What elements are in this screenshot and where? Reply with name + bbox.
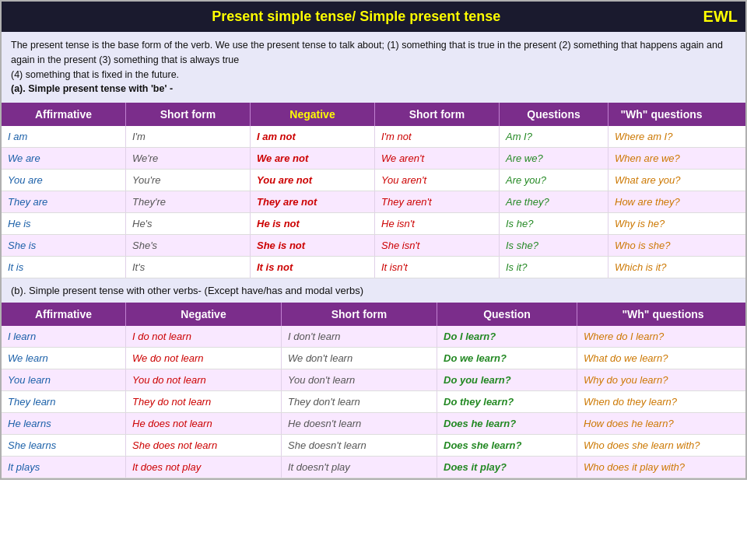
col-b-head-neg: Negative (126, 303, 282, 326)
cell-shfn: It isn't (375, 257, 500, 278)
cell-b-ques: Does she learn? (437, 435, 577, 456)
cell-neg: They are not (251, 191, 375, 212)
cell-b-shf: They don't learn (282, 391, 437, 412)
cell-aff: We are (2, 148, 126, 169)
main-title-bar: Present simple tense/ Simple present ten… (2, 2, 745, 32)
cell-b-neg: You do not learn (126, 369, 282, 390)
cell-shfn: He isn't (375, 213, 500, 234)
section-b-header: Affirmative Negative Short form Question… (2, 303, 745, 326)
cell-shf: They're (126, 191, 251, 212)
cell-b-ques: Does he learn? (437, 413, 577, 434)
col-head-negative: Negative (251, 103, 375, 126)
section-a-row: She is She's She is not She isn't Is she… (2, 235, 745, 257)
cell-b-aff: They learn (2, 391, 126, 412)
cell-whq: When are we? (608, 148, 714, 169)
cell-b-ques: Do we learn? (437, 348, 577, 369)
section-a-row: He is He's He is not He isn't Is he? Why… (2, 213, 745, 235)
cell-neg: He is not (251, 213, 375, 234)
section-a-row: You are You're You are not You aren't Ar… (2, 170, 745, 191)
cell-b-neg: It does not play (126, 457, 282, 478)
cell-b-shf: You don't learn (282, 369, 437, 390)
cell-b-shf: It doesn't play (282, 457, 437, 478)
cell-whq: What are you? (608, 170, 714, 191)
cell-b-ques: Does it play? (437, 457, 577, 478)
cell-aff: I am (2, 126, 126, 147)
cell-b-neg: We do not learn (126, 348, 282, 369)
cell-aff: You are (2, 170, 126, 191)
cell-neg: It is not (251, 257, 375, 278)
cell-b-whq: Who does it play with? (577, 457, 747, 478)
cell-ques: Are we? (500, 148, 608, 169)
cell-neg: I am not (251, 126, 375, 147)
col-head-shortform1: Short form (126, 103, 251, 126)
col-b-head-whq: "Wh" questions (577, 303, 747, 326)
col-head-questions: Questions (500, 103, 608, 126)
cell-shf: I'm (126, 126, 251, 147)
cell-b-whq: When do they learn? (577, 391, 747, 412)
intro-line1: The present tense is the base form of th… (11, 40, 723, 65)
cell-b-shf: He doesn't learn (282, 413, 437, 434)
cell-b-whq: How does he learn? (577, 413, 747, 434)
cell-neg: You are not (251, 170, 375, 191)
cell-whq: Why is he? (608, 213, 714, 234)
cell-b-neg: They do not learn (126, 391, 282, 412)
cell-b-ques: Do I learn? (437, 326, 577, 347)
section-b-heading: (b). Simple present tense with other ver… (2, 278, 745, 303)
cell-ques: Is she? (500, 235, 608, 256)
section-b-heading-note: (Except have/has and modal verbs) (202, 285, 363, 296)
cell-shf: We're (126, 148, 251, 169)
cell-whq: How are they? (608, 191, 714, 212)
cell-shf: You're (126, 170, 251, 191)
section-a-subheading: (a). Simple present tense with 'be' - (11, 83, 173, 94)
section-b-row: You learn You do not learn You don't lea… (2, 369, 745, 391)
cell-ques: Is he? (500, 213, 608, 234)
cell-b-aff: She learns (2, 435, 126, 456)
cell-ques: Am I? (500, 126, 608, 147)
cell-neg: She is not (251, 235, 375, 256)
cell-aff: She is (2, 235, 126, 256)
intro-line2: (4) something that is fixed in the futur… (11, 69, 179, 80)
section-b-heading-text: (b). Simple present tense with other ver… (11, 285, 202, 296)
cell-shfn: They aren't (375, 191, 500, 212)
cell-aff: He is (2, 213, 126, 234)
col-b-head-ques: Question (437, 303, 577, 326)
main-title-text: Present simple tense/ Simple present ten… (9, 9, 703, 25)
intro-section: The present tense is the base form of th… (2, 32, 745, 103)
cell-shfn: She isn't (375, 235, 500, 256)
cell-b-shf: We don't learn (282, 348, 437, 369)
cell-neg: We are not (251, 148, 375, 169)
cell-b-shf: She doesn't learn (282, 435, 437, 456)
section-a-header: Affirmative Short form Negative Short fo… (2, 103, 745, 126)
cell-b-aff: We learn (2, 348, 126, 369)
section-a-body: I am I'm I am not I'm not Am I? Where am… (2, 126, 745, 278)
cell-b-aff: I learn (2, 326, 126, 347)
cell-b-whq: What do we learn? (577, 348, 747, 369)
cell-shf: He's (126, 213, 251, 234)
cell-shfn: I'm not (375, 126, 500, 147)
cell-b-aff: He learns (2, 413, 126, 434)
ewl-badge: EWL (703, 8, 738, 26)
cell-shf: She's (126, 235, 251, 256)
section-b-row: They learn They do not learn They don't … (2, 391, 745, 413)
cell-b-aff: It plays (2, 457, 126, 478)
cell-b-neg: He does not learn (126, 413, 282, 434)
cell-b-whq: Where do I learn? (577, 326, 747, 347)
cell-b-whq: Who does she learn with? (577, 435, 747, 456)
section-a-row: It is It's It is not It isn't Is it? Whi… (2, 257, 745, 278)
page-container: Present simple tense/ Simple present ten… (0, 0, 747, 480)
cell-whq: Where am I? (608, 126, 714, 147)
cell-b-ques: Do they learn? (437, 391, 577, 412)
cell-ques: Are they? (500, 191, 608, 212)
cell-b-neg: I do not learn (126, 326, 282, 347)
col-head-shortform2: Short form (375, 103, 500, 126)
cell-aff: They are (2, 191, 126, 212)
cell-b-aff: You learn (2, 369, 126, 390)
cell-whq: Which is it? (608, 257, 714, 278)
cell-shf: It's (126, 257, 251, 278)
section-b-body: I learn I do not learn I don't learn Do … (2, 326, 745, 478)
col-b-head-shf: Short form (282, 303, 437, 326)
section-a-row: They are They're They are not They aren'… (2, 191, 745, 213)
cell-whq: Who is she? (608, 235, 714, 256)
col-head-wh-questions: "Wh" questions (608, 103, 714, 126)
section-b-row: He learns He does not learn He doesn't l… (2, 413, 745, 435)
